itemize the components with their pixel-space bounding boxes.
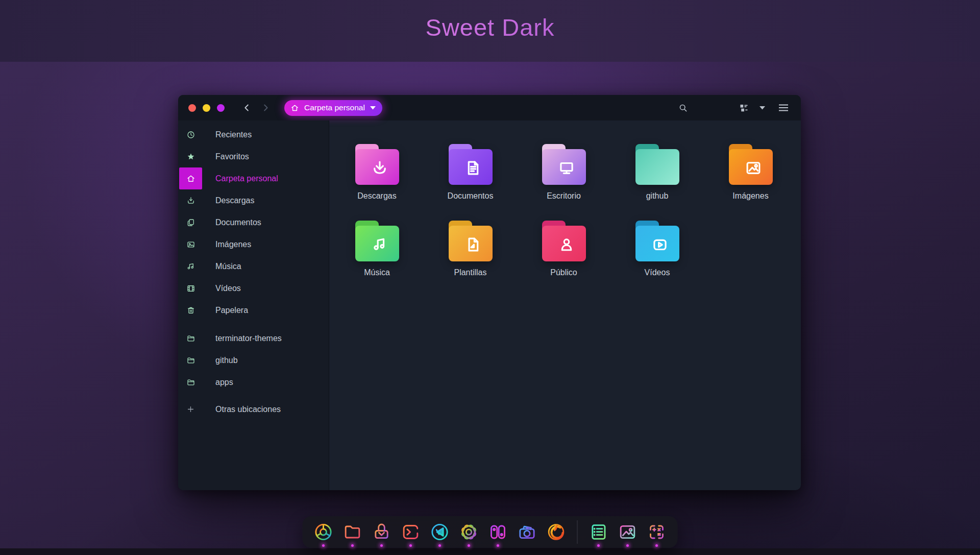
template-icon: [463, 235, 483, 254]
documents-icon: [186, 218, 195, 227]
search-button[interactable]: [678, 103, 689, 113]
folder-icon: [355, 144, 399, 185]
home-icon: [290, 104, 299, 112]
folder-name: github: [646, 191, 669, 201]
sidebar-item-papelera[interactable]: Papelera: [178, 299, 329, 321]
sidebar-separator: [178, 393, 329, 398]
dock-boxes-button[interactable]: [487, 521, 509, 543]
window-body: Recientes Favoritos Carpeta personal Des…: [178, 120, 801, 490]
dock-calculator-button[interactable]: [646, 521, 668, 543]
play-icon: [650, 235, 670, 254]
folder-icon: [635, 221, 679, 261]
picture-icon: [744, 158, 763, 178]
folder-icon: [449, 144, 493, 185]
theme-title: Sweet Dark: [0, 13, 980, 41]
folder-name: Imágenes: [732, 191, 768, 201]
sidebar-item-carpeta-personal[interactable]: Carpeta personal: [178, 167, 329, 189]
vscode-icon: [430, 522, 450, 542]
forward-button[interactable]: [259, 101, 272, 114]
caret-down-icon: [760, 106, 765, 110]
path-button[interactable]: Carpeta personal: [284, 100, 382, 116]
music-icon: [186, 262, 195, 271]
file-manager-window: Carpeta personal: [178, 95, 801, 490]
folder-tile-musica[interactable]: Música: [330, 218, 424, 294]
view-grid-icon: [739, 103, 749, 113]
file-grid: Descargas Documentos Escritorio: [329, 120, 801, 490]
dock-files-button[interactable]: [342, 521, 363, 543]
sidebar-item-apps[interactable]: apps: [178, 371, 329, 393]
plus-icon: [186, 405, 195, 414]
download-icon: [186, 196, 195, 205]
person-icon: [557, 235, 576, 254]
back-button[interactable]: [240, 101, 254, 114]
folder-icon: [635, 144, 679, 185]
home-icon: [186, 174, 195, 183]
dock-chrome-button[interactable]: [313, 521, 334, 543]
view-dropdown-button[interactable]: [760, 106, 765, 110]
dock-camera-button[interactable]: [517, 521, 538, 543]
firefox-icon: [546, 522, 567, 542]
wallpaper-bottom-strip: [0, 548, 980, 555]
caret-down-icon: [370, 106, 376, 110]
folder-icon: [186, 334, 195, 343]
camera-icon: [517, 522, 537, 542]
sidebar-item-musica[interactable]: Música: [178, 255, 329, 277]
sidebar-item-videos[interactable]: Vídeos: [178, 277, 329, 299]
settings-gear-icon: [459, 522, 479, 542]
folder-name: Público: [550, 268, 577, 277]
monitor-icon: [557, 158, 576, 178]
folder-tile-escritorio[interactable]: Escritorio: [517, 141, 610, 218]
sidebar: Recientes Favoritos Carpeta personal Des…: [178, 120, 329, 490]
folder-tile-descargas[interactable]: Descargas: [330, 141, 424, 218]
maximize-button[interactable]: [217, 104, 225, 112]
sidebar-separator: [178, 321, 329, 327]
clock-icon: [186, 130, 195, 139]
view-options-button[interactable]: [739, 103, 749, 113]
sidebar-item-github[interactable]: github: [178, 349, 329, 371]
calculator-icon: [647, 522, 667, 542]
dock-firefox-button[interactable]: [546, 521, 567, 543]
titlebar: Carpeta personal: [178, 95, 801, 120]
folder-tile-imagenes[interactable]: Imágenes: [704, 141, 797, 218]
dock: [303, 516, 678, 548]
dock-terminal-button[interactable]: [400, 521, 422, 543]
sidebar-item-otras-ubicaciones[interactable]: Otras ubicaciones: [178, 398, 329, 420]
sidebar-item-favoritos[interactable]: Favoritos: [178, 146, 329, 167]
image-icon: [186, 240, 195, 249]
folder-icon: [729, 144, 773, 185]
chevron-left-icon: [241, 102, 253, 113]
files-icon: [342, 522, 363, 542]
titlebar-actions: [678, 103, 789, 113]
folder-icon: [542, 144, 586, 185]
menu-button[interactable]: [778, 104, 789, 112]
folder-tile-documentos[interactable]: Documentos: [424, 141, 517, 218]
hamburger-icon: [778, 104, 789, 112]
sidebar-item-terminator-themes[interactable]: terminator-themes: [178, 327, 329, 349]
music-note-icon: [370, 235, 389, 254]
download-arrow-icon: [370, 158, 389, 178]
folder-tile-videos[interactable]: Vídeos: [610, 218, 704, 294]
folder-icon: [186, 378, 195, 387]
folder-tile-plantillas[interactable]: Plantillas: [424, 218, 517, 294]
sidebar-item-documentos[interactable]: Documentos: [178, 211, 329, 233]
dock-vscode-button[interactable]: [429, 521, 451, 543]
folder-name: Descargas: [357, 191, 396, 201]
folder-tile-github[interactable]: github: [610, 141, 704, 218]
sidebar-item-descargas[interactable]: Descargas: [178, 189, 329, 211]
close-button[interactable]: [188, 104, 196, 112]
sidebar-item-recientes[interactable]: Recientes: [178, 124, 329, 146]
folder-tile-publico[interactable]: Público: [517, 218, 610, 294]
boxes-icon: [488, 522, 508, 542]
folder-name: Vídeos: [645, 268, 670, 277]
dock-settings-button[interactable]: [458, 521, 480, 543]
dock-photos-button[interactable]: [617, 521, 639, 543]
dock-tasks-button[interactable]: [588, 521, 609, 543]
dock-software-button[interactable]: [371, 521, 393, 543]
document-icon: [463, 158, 483, 178]
sidebar-selected-highlight: [179, 167, 202, 189]
folder-icon: [186, 356, 195, 365]
terminal-icon: [401, 522, 421, 542]
sidebar-item-imagenes[interactable]: Imágenes: [178, 233, 329, 255]
minimize-button[interactable]: [203, 104, 210, 112]
photos-icon: [618, 522, 638, 542]
